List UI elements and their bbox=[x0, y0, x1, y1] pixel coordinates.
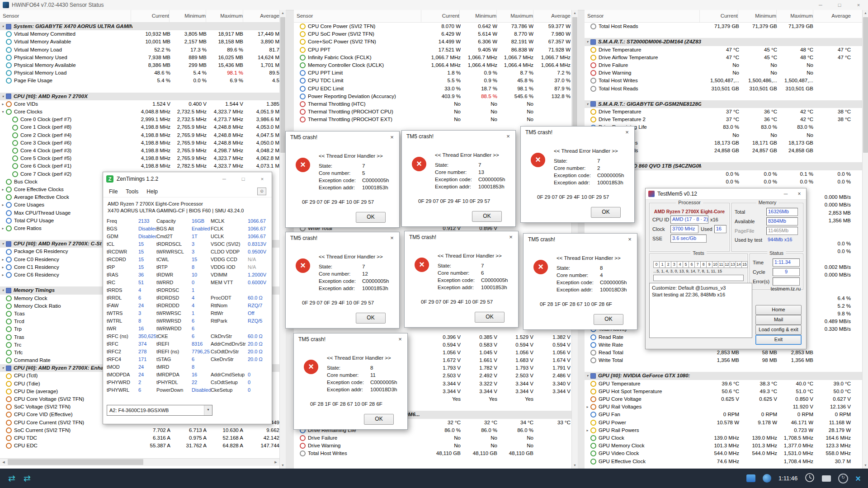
minimize-button[interactable]: ─ bbox=[215, 172, 234, 186]
test-cell[interactable]: 0 bbox=[653, 261, 659, 268]
scroll-thumb[interactable] bbox=[8, 459, 143, 465]
scroll-up-icon[interactable]: ▲ bbox=[572, 10, 578, 16]
test-cell[interactable]: 3 bbox=[671, 261, 677, 268]
tree-toggle-icon[interactable]: ▾ bbox=[0, 93, 6, 100]
sensor-row[interactable]: GPU Fan0 RPM0 RPM0 RPM0 RPM bbox=[585, 411, 862, 418]
close-button[interactable]: × bbox=[501, 131, 515, 142]
sensor-row[interactable]: GPU Hot Spot Temperature50.6 °C49.3 °C51… bbox=[585, 388, 862, 395]
ok-button[interactable]: OK bbox=[356, 212, 386, 223]
scroll-thumb[interactable] bbox=[280, 17, 285, 153]
mail-button[interactable]: Mail bbox=[755, 315, 802, 325]
keyboard-tray-icon[interactable] bbox=[822, 475, 831, 482]
menu-item-file[interactable]: File bbox=[105, 188, 122, 195]
sensor-row[interactable]: Drive Temperature 237 °C36 °C42 °C38 °C bbox=[585, 116, 862, 123]
ok-button[interactable]: OK bbox=[591, 207, 621, 218]
sensor-row[interactable]: Core 4 Clock (perf #3)4,198.8 MHz2,765.9… bbox=[0, 147, 279, 155]
column-average[interactable]: Average bbox=[533, 10, 571, 22]
close-button[interactable]: × bbox=[623, 234, 637, 245]
test-cell[interactable]: 5 bbox=[683, 261, 689, 268]
sensor-row[interactable]: Read Total2,853 MB58 MB2,853 MB bbox=[585, 349, 862, 357]
sensor-row[interactable]: Drive FailureNoNoNo bbox=[294, 434, 571, 442]
sensor-row[interactable]: Infinity Fabric Clock (FCLK)1,066.7 MHz1… bbox=[294, 54, 571, 61]
scrollbar-vertical-left[interactable]: ▲ ▼ bbox=[279, 10, 286, 469]
sensor-row[interactable]: GPU Core Voltage0.625 V0.625 V0.850 V0.6… bbox=[585, 395, 862, 403]
sensor-row[interactable]: Physical Memory Available8,386 MB299 MB1… bbox=[0, 61, 279, 69]
tree-toggle-icon[interactable]: ▸ bbox=[0, 186, 6, 193]
sensor-row[interactable]: Core 3 Clock (perf #6)4,198.8 MHz2,765.9… bbox=[0, 139, 279, 147]
sensor-row[interactable]: ▾Core Clocks4,048.8 MHz2,732.5 MHz4,323.… bbox=[0, 108, 279, 116]
sensor-row[interactable]: CPU EDC55.387 A31.762 A64.828 A147.744 bbox=[0, 442, 279, 450]
tree-toggle-icon[interactable]: ▸ bbox=[0, 256, 6, 263]
tree-toggle-icon[interactable]: ▾ bbox=[585, 100, 590, 108]
menu-item-help[interactable]: Help bbox=[142, 188, 162, 195]
tree-toggle-icon[interactable]: ▸ bbox=[585, 427, 590, 434]
zentimings-titlebar[interactable]: Z ZenTimings 1.2.2 ─ □ × bbox=[103, 172, 272, 186]
network-tray-icon[interactable] bbox=[763, 474, 771, 483]
sensor-row[interactable]: Core 2 Clock (perf #4)4,198.8 MHz2,765.9… bbox=[0, 131, 279, 139]
sensor-row[interactable]: ▸GPU Rail Powers0.723 W28.179 W bbox=[585, 427, 862, 434]
sensor-row[interactable]: GPU Memory Clock101.3 MHz101.3 MHz1,377.… bbox=[585, 442, 862, 450]
test-cell[interactable]: 15 bbox=[741, 261, 748, 268]
scrollbar-vertical-right[interactable]: ▲ ▼ bbox=[862, 10, 868, 469]
screenshot-icon[interactable]: ⊙ bbox=[257, 188, 266, 195]
test-cell[interactable]: 1 bbox=[659, 261, 665, 268]
sync-tray-icon[interactable]: ↻ bbox=[838, 474, 848, 483]
sensor-row[interactable]: ▸Core VIDs1.524 V0.400 V1.544 V1.385 bbox=[0, 100, 279, 108]
test-cell[interactable]: 14 bbox=[736, 261, 741, 268]
scroll-right-icon[interactable]: ▶ bbox=[272, 459, 279, 466]
sensor-row[interactable]: CPU TDC Limit5.5 %0.9 %45.8 %37.0 % bbox=[294, 77, 571, 84]
sensor-row[interactable]: Drive Temperature37 °C36 °C42 °C38 °C bbox=[585, 108, 862, 116]
dialog-titlebar[interactable]: TM5 crash!× bbox=[524, 234, 637, 245]
column-maximum[interactable]: Maximum bbox=[496, 10, 533, 22]
language-switch-icon[interactable]: ⇄ bbox=[8, 473, 15, 483]
minimize-button[interactable]: ─ bbox=[811, 0, 830, 10]
swap-arrows-icon[interactable]: ⇄ bbox=[24, 473, 31, 483]
column-average[interactable]: Average bbox=[813, 10, 851, 22]
dimm-select-dropdown[interactable]: A2: F4-3600C19-8GSXWB ▾ bbox=[107, 405, 212, 416]
sensor-row[interactable]: Total Host Writes48,110 GB48,110 GB48,11… bbox=[294, 450, 571, 457]
test-cell[interactable]: 8 bbox=[700, 261, 706, 268]
ok-button[interactable]: OK bbox=[356, 313, 386, 324]
ok-button[interactable]: OK bbox=[364, 414, 394, 425]
sensor-section-row[interactable]: ▾System: GIGABYTE X470 AORUS ULTRA GAMIN… bbox=[0, 23, 279, 30]
sensor-section-row[interactable]: ▾GPU [#0]: NVIDIA GeForce GTX 1080: bbox=[585, 372, 862, 380]
sensor-row[interactable]: GPU Clock139.0 MHz139.0 MHz1,708.5 MHz16… bbox=[585, 434, 862, 442]
column-sensor[interactable]: Sensor bbox=[297, 10, 421, 22]
load-config-exit-button[interactable]: Load config & exit bbox=[755, 325, 802, 335]
sensor-row[interactable]: GPU Effective Clock74.6 MHz1,708.4 MHz30… bbox=[585, 458, 862, 465]
column-minimum[interactable]: Minimum bbox=[738, 10, 776, 22]
close-button[interactable]: × bbox=[504, 231, 518, 243]
sensor-row[interactable]: Core 0 Clock (perf #7)2,999.1 MHz2,732.5… bbox=[0, 116, 279, 123]
sensor-row[interactable]: Core 1 Clock (perf #8)4,198.8 MHz2,765.9… bbox=[0, 123, 279, 131]
sensor-row[interactable]: Drive Airflow Temperature47 °C45 °C48 °C… bbox=[585, 54, 862, 61]
sensor-section-row[interactable]: ▾S.M.A.R.T.: GIGABYTE GP-GSM2NE8128GNTD … bbox=[585, 100, 862, 108]
sensor-row[interactable]: Drive WarningNoNoNo bbox=[585, 69, 862, 77]
scroll-up-icon[interactable]: ▲ bbox=[280, 10, 286, 16]
column-minimum[interactable]: Minimum bbox=[169, 10, 206, 22]
test-cell[interactable]: 6 bbox=[689, 261, 694, 268]
sensor-row[interactable]: GPU Power10.578 W9.178 W46.171 W11.168 W bbox=[585, 419, 862, 427]
column-current[interactable]: Current bbox=[421, 10, 459, 22]
sensor-row[interactable]: Total Host Reads310,501 GB310,501 GB310,… bbox=[585, 85, 862, 93]
clock-icon[interactable] bbox=[805, 473, 815, 484]
maximize-button[interactable]: □ bbox=[830, 0, 849, 10]
scrollbar-horizontal-left[interactable]: ◀ ▶ bbox=[0, 458, 279, 466]
column-minimum[interactable]: Minimum bbox=[459, 10, 496, 22]
scroll-down-icon[interactable]: ▼ bbox=[280, 462, 286, 469]
close-button[interactable]: × bbox=[793, 191, 806, 197]
scroll-thumb[interactable] bbox=[863, 17, 868, 153]
sensor-row[interactable]: Virtual Memory Load52.2 %17.3 %89.6 %81.… bbox=[0, 46, 279, 54]
dialog-titlebar[interactable]: TM5 crash!× bbox=[294, 333, 407, 345]
test-cell[interactable]: 10 bbox=[712, 261, 718, 268]
tree-toggle-icon[interactable]: ▾ bbox=[0, 23, 6, 30]
sensor-row[interactable]: GPU Temperature39.6 °C38.3 °C40.0 °C39.0… bbox=[585, 380, 862, 388]
test-cell[interactable]: 7 bbox=[694, 261, 700, 268]
tree-toggle-icon[interactable]: ▾ bbox=[0, 108, 6, 116]
tree-toggle-icon[interactable]: ▾ bbox=[0, 240, 6, 248]
sensor-row[interactable]: Thermal Throttling (HTC)NoNoNo bbox=[294, 100, 571, 108]
tree-toggle-icon[interactable]: ▸ bbox=[0, 263, 6, 271]
close-button[interactable]: × bbox=[253, 172, 272, 186]
hwinfo-titlebar[interactable]: HWiNFO64 v7.02-4430 Sensor Status ─ □ × bbox=[0, 0, 868, 10]
close-button[interactable]: × bbox=[849, 0, 868, 10]
column-sensor[interactable]: Sensor bbox=[3, 10, 131, 22]
